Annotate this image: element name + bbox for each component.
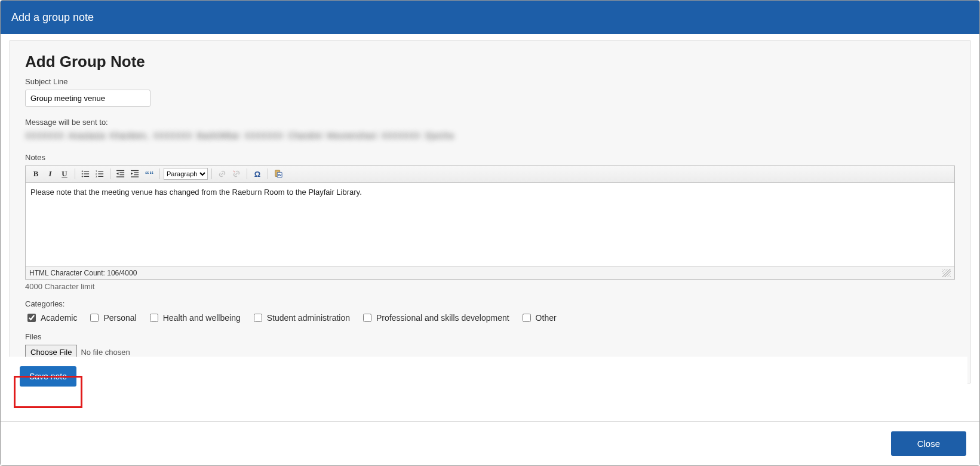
link-button[interactable] [216,167,229,180]
italic-button[interactable]: I [44,167,57,180]
category-personal-checkbox[interactable] [90,314,99,322]
editor-toolbar: B I U 123 [26,166,954,183]
categories-label: Categories: [25,299,955,308]
outdent-button[interactable] [114,167,127,180]
subject-input[interactable] [25,90,150,107]
ordered-list-button[interactable]: 123 [93,167,106,180]
editor-footer: HTML Character Count: 106/4000 [26,266,954,279]
svg-rect-5 [84,176,89,177]
toolbar-separator [110,168,110,179]
toolbar-separator [211,168,212,179]
category-personal[interactable]: Personal [88,312,136,324]
paste-word-button[interactable]: W [272,167,285,180]
toolbar-separator [75,168,75,179]
char-limit-label: 4000 Character limit [25,282,955,291]
svg-rect-20 [131,176,139,177]
category-student-admin[interactable]: Student administration [251,312,350,324]
indent-button[interactable] [128,167,142,180]
unlink-icon [232,170,241,178]
char-count-label: HTML Character Count: 106/4000 [29,269,137,277]
unordered-list-button[interactable] [79,167,92,180]
blockquote-button[interactable]: ““ [143,167,156,180]
svg-rect-17 [131,170,139,171]
svg-rect-18 [134,172,139,173]
editor-textarea[interactable]: Please note that the meeting venue has c… [26,183,954,266]
modal-body-scroll[interactable]: Add Group Note Subject Line Message will… [1,34,979,402]
toolbar-separator [247,168,247,179]
category-professional[interactable]: Professional and skills development [361,312,509,324]
recipients-label: Message will be sent to: [25,118,955,127]
svg-rect-19 [134,174,139,175]
svg-text:3: 3 [96,175,97,178]
svg-rect-11 [98,176,103,177]
files-label: Files [25,332,955,341]
modal-dialog: Add a group note Add Group Note Subject … [0,0,980,466]
category-academic-checkbox[interactable] [27,314,36,322]
svg-rect-13 [119,172,124,173]
modal-title: Add a group note [11,11,94,23]
form-card: Add Group Note Subject Line Message will… [9,40,971,384]
numbered-list-icon: 123 [96,170,104,178]
svg-rect-15 [116,176,124,177]
svg-rect-14 [119,174,124,175]
svg-line-22 [234,171,235,173]
svg-rect-7 [98,171,103,171]
subject-label: Subject Line [25,77,955,86]
outdent-icon [116,170,125,178]
svg-rect-3 [84,173,89,174]
category-professional-checkbox[interactable] [363,314,371,322]
bold-button[interactable]: B [29,167,42,180]
categories-row: Academic Personal Health and wellbeing S… [25,312,955,324]
no-file-label: No file chosen [81,348,130,357]
svg-point-4 [82,176,83,177]
svg-rect-1 [84,171,89,171]
resize-handle[interactable] [942,269,951,277]
modal-header: Add a group note [1,1,979,35]
svg-text:W: W [278,173,282,177]
category-health[interactable]: Health and wellbeing [148,312,241,324]
unlink-button[interactable] [230,167,243,180]
underline-button[interactable]: U [58,167,71,180]
category-student-admin-checkbox[interactable] [254,314,262,322]
svg-point-2 [82,173,83,174]
svg-point-0 [82,171,83,172]
format-select[interactable]: Paragraph [164,168,208,180]
paste-word-icon: W [274,170,282,178]
modal-footer: Close [1,421,979,465]
indent-icon [131,170,139,178]
category-academic[interactable]: Academic [25,312,77,324]
bullet-list-icon [81,170,90,178]
notes-label: Notes [25,153,955,162]
link-icon [218,170,226,178]
toolbar-separator [268,168,268,179]
svg-marker-21 [131,172,133,174]
rich-text-editor: B I U 123 [25,165,955,280]
svg-rect-9 [98,173,103,174]
toolbar-separator [159,168,160,179]
special-char-button[interactable]: Ω [251,167,264,180]
recipients-list: XXXXXXX Anastasia Khardeen, XXXXXXX Bash… [25,130,955,142]
category-other[interactable]: Other [520,312,557,324]
category-other-checkbox[interactable] [523,314,531,322]
save-note-button[interactable]: Save note [20,366,76,387]
close-button[interactable]: Close [891,431,966,456]
svg-rect-12 [116,170,124,171]
svg-marker-16 [116,172,119,174]
save-bar: Save note [9,357,967,402]
category-health-checkbox[interactable] [150,314,158,322]
page-title: Add Group Note [25,53,955,71]
